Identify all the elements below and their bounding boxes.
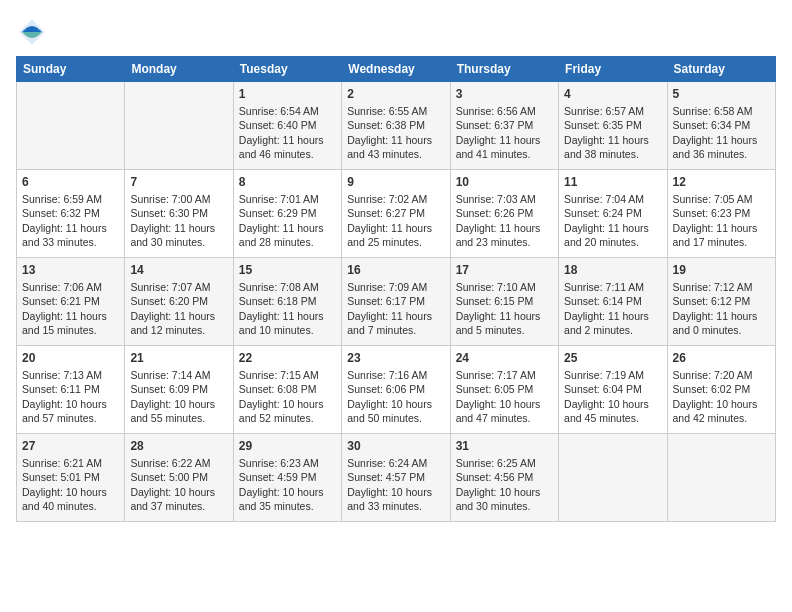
- header-sunday: Sunday: [17, 57, 125, 82]
- day-info: Sunset: 6:32 PM: [22, 206, 119, 220]
- header-thursday: Thursday: [450, 57, 558, 82]
- day-number: 26: [673, 350, 770, 366]
- day-number: 28: [130, 438, 227, 454]
- calendar-cell: 26Sunrise: 7:20 AMSunset: 6:02 PMDayligh…: [667, 346, 775, 434]
- day-number: 18: [564, 262, 661, 278]
- day-info: Sunrise: 7:16 AM: [347, 368, 444, 382]
- day-info: Sunrise: 7:17 AM: [456, 368, 553, 382]
- day-info: Sunset: 6:17 PM: [347, 294, 444, 308]
- day-number: 12: [673, 174, 770, 190]
- day-info: Sunset: 6:30 PM: [130, 206, 227, 220]
- day-info: Sunrise: 6:22 AM: [130, 456, 227, 470]
- calendar-cell: 23Sunrise: 7:16 AMSunset: 6:06 PMDayligh…: [342, 346, 450, 434]
- day-number: 5: [673, 86, 770, 102]
- day-info: Daylight: 10 hours and 52 minutes.: [239, 397, 336, 425]
- day-info: Sunset: 6:23 PM: [673, 206, 770, 220]
- calendar-cell: 25Sunrise: 7:19 AMSunset: 6:04 PMDayligh…: [559, 346, 667, 434]
- day-info: Sunset: 4:59 PM: [239, 470, 336, 484]
- day-info: Sunrise: 7:15 AM: [239, 368, 336, 382]
- calendar-cell: 24Sunrise: 7:17 AMSunset: 6:05 PMDayligh…: [450, 346, 558, 434]
- day-info: Daylight: 11 hours and 12 minutes.: [130, 309, 227, 337]
- day-info: Sunrise: 6:56 AM: [456, 104, 553, 118]
- day-info: Sunrise: 6:21 AM: [22, 456, 119, 470]
- day-info: Sunrise: 7:04 AM: [564, 192, 661, 206]
- day-number: 9: [347, 174, 444, 190]
- day-number: 16: [347, 262, 444, 278]
- calendar-cell: 4Sunrise: 6:57 AMSunset: 6:35 PMDaylight…: [559, 82, 667, 170]
- logo-icon: [16, 16, 48, 48]
- day-info: Sunset: 6:34 PM: [673, 118, 770, 132]
- calendar-cell: 22Sunrise: 7:15 AMSunset: 6:08 PMDayligh…: [233, 346, 341, 434]
- day-number: 24: [456, 350, 553, 366]
- calendar-cell: 2Sunrise: 6:55 AMSunset: 6:38 PMDaylight…: [342, 82, 450, 170]
- day-info: Daylight: 11 hours and 20 minutes.: [564, 221, 661, 249]
- day-number: 19: [673, 262, 770, 278]
- day-info: Sunset: 6:06 PM: [347, 382, 444, 396]
- day-info: Sunrise: 6:25 AM: [456, 456, 553, 470]
- calendar-cell: 21Sunrise: 7:14 AMSunset: 6:09 PMDayligh…: [125, 346, 233, 434]
- day-info: Sunrise: 6:55 AM: [347, 104, 444, 118]
- day-info: Sunrise: 7:10 AM: [456, 280, 553, 294]
- day-info: Daylight: 10 hours and 33 minutes.: [347, 485, 444, 513]
- calendar-cell: 14Sunrise: 7:07 AMSunset: 6:20 PMDayligh…: [125, 258, 233, 346]
- day-number: 2: [347, 86, 444, 102]
- day-info: Daylight: 11 hours and 28 minutes.: [239, 221, 336, 249]
- calendar-cell: 1Sunrise: 6:54 AMSunset: 6:40 PMDaylight…: [233, 82, 341, 170]
- day-info: Sunrise: 7:07 AM: [130, 280, 227, 294]
- calendar-cell: 19Sunrise: 7:12 AMSunset: 6:12 PMDayligh…: [667, 258, 775, 346]
- header-wednesday: Wednesday: [342, 57, 450, 82]
- day-info: Sunset: 6:38 PM: [347, 118, 444, 132]
- day-info: Daylight: 11 hours and 17 minutes.: [673, 221, 770, 249]
- day-info: Sunset: 5:00 PM: [130, 470, 227, 484]
- day-info: Daylight: 10 hours and 42 minutes.: [673, 397, 770, 425]
- calendar-cell: 28Sunrise: 6:22 AMSunset: 5:00 PMDayligh…: [125, 434, 233, 522]
- day-info: Sunset: 6:24 PM: [564, 206, 661, 220]
- calendar-cell: 31Sunrise: 6:25 AMSunset: 4:56 PMDayligh…: [450, 434, 558, 522]
- day-info: Sunset: 6:40 PM: [239, 118, 336, 132]
- day-info: Sunrise: 7:02 AM: [347, 192, 444, 206]
- day-info: Daylight: 10 hours and 57 minutes.: [22, 397, 119, 425]
- day-number: 1: [239, 86, 336, 102]
- calendar-cell: 5Sunrise: 6:58 AMSunset: 6:34 PMDaylight…: [667, 82, 775, 170]
- day-info: Sunset: 6:04 PM: [564, 382, 661, 396]
- day-info: Daylight: 11 hours and 46 minutes.: [239, 133, 336, 161]
- day-number: 11: [564, 174, 661, 190]
- day-info: Daylight: 10 hours and 40 minutes.: [22, 485, 119, 513]
- day-info: Sunset: 6:11 PM: [22, 382, 119, 396]
- day-number: 6: [22, 174, 119, 190]
- day-info: Daylight: 10 hours and 50 minutes.: [347, 397, 444, 425]
- day-info: Sunrise: 7:09 AM: [347, 280, 444, 294]
- day-number: 14: [130, 262, 227, 278]
- day-info: Sunrise: 7:20 AM: [673, 368, 770, 382]
- day-info: Sunrise: 7:14 AM: [130, 368, 227, 382]
- calendar-cell: 20Sunrise: 7:13 AMSunset: 6:11 PMDayligh…: [17, 346, 125, 434]
- page-header: [16, 16, 776, 48]
- day-info: Daylight: 10 hours and 47 minutes.: [456, 397, 553, 425]
- day-info: Daylight: 11 hours and 0 minutes.: [673, 309, 770, 337]
- day-info: Sunset: 6:35 PM: [564, 118, 661, 132]
- calendar-cell: 29Sunrise: 6:23 AMSunset: 4:59 PMDayligh…: [233, 434, 341, 522]
- calendar-cell: 10Sunrise: 7:03 AMSunset: 6:26 PMDayligh…: [450, 170, 558, 258]
- day-info: Sunset: 5:01 PM: [22, 470, 119, 484]
- day-info: Sunset: 6:15 PM: [456, 294, 553, 308]
- day-info: Sunrise: 6:59 AM: [22, 192, 119, 206]
- day-number: 13: [22, 262, 119, 278]
- calendar-cell: 15Sunrise: 7:08 AMSunset: 6:18 PMDayligh…: [233, 258, 341, 346]
- day-number: 4: [564, 86, 661, 102]
- day-info: Daylight: 11 hours and 23 minutes.: [456, 221, 553, 249]
- day-info: Sunrise: 7:06 AM: [22, 280, 119, 294]
- day-info: Daylight: 11 hours and 33 minutes.: [22, 221, 119, 249]
- day-info: Sunrise: 7:00 AM: [130, 192, 227, 206]
- day-info: Daylight: 11 hours and 5 minutes.: [456, 309, 553, 337]
- day-number: 3: [456, 86, 553, 102]
- day-info: Daylight: 10 hours and 30 minutes.: [456, 485, 553, 513]
- day-info: Sunset: 6:21 PM: [22, 294, 119, 308]
- calendar-cell: [17, 82, 125, 170]
- week-row-4: 27Sunrise: 6:21 AMSunset: 5:01 PMDayligh…: [17, 434, 776, 522]
- day-info: Sunset: 6:29 PM: [239, 206, 336, 220]
- calendar-cell: 27Sunrise: 6:21 AMSunset: 5:01 PMDayligh…: [17, 434, 125, 522]
- day-info: Daylight: 10 hours and 35 minutes.: [239, 485, 336, 513]
- day-info: Sunset: 6:18 PM: [239, 294, 336, 308]
- calendar-cell: 12Sunrise: 7:05 AMSunset: 6:23 PMDayligh…: [667, 170, 775, 258]
- header-monday: Monday: [125, 57, 233, 82]
